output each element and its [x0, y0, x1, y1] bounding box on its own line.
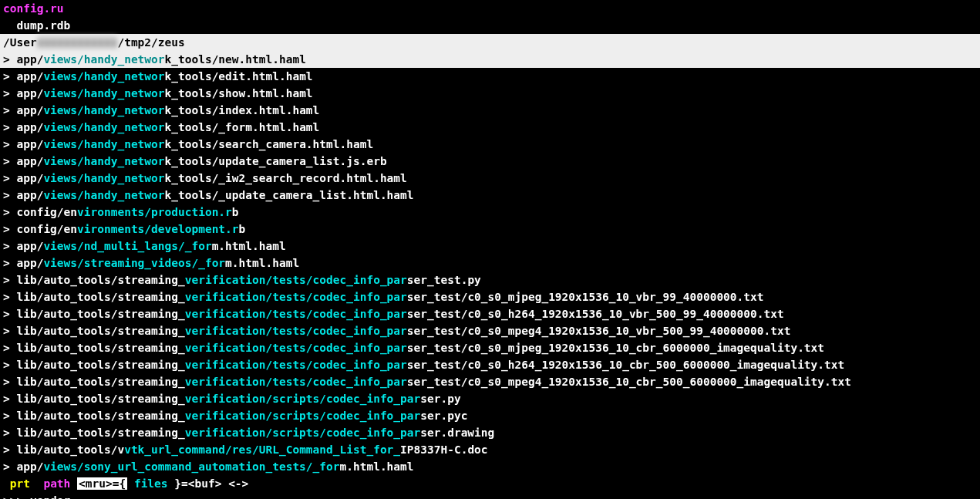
path-segment: ser_test/c0_s0_h264_1920x1536_10_vbr_500… — [407, 308, 784, 320]
path-segment: verification/scripts/codec_info_par — [185, 393, 421, 405]
terminal-output-line: config.ru — [0, 0, 980, 17]
fuzzy-result-row[interactable]: > lib/auto_tools/streaming_verification/… — [0, 373, 980, 390]
path-segment: lib/auto_tools/streaming_ — [16, 393, 184, 405]
path-segment: lib/auto_tools/streaming_ — [16, 410, 184, 422]
path-segment: verification/tests/codec_info_par — [185, 274, 407, 286]
path-segment: ser_test/c0_s0_mpeg4_1920x1536_10_vbr_50… — [407, 325, 791, 337]
fuzzy-result-row[interactable]: > lib/auto_tools/streaming_verification/… — [0, 288, 980, 305]
chevron-right-icon: > — [3, 410, 16, 422]
fuzzy-result-row[interactable]: > app/views/handy_network_tools/show.htm… — [0, 85, 980, 102]
fuzzy-result-row[interactable]: > app/views/handy_network_tools/_update_… — [0, 187, 980, 204]
path-segment: k_tools/update_camera_list.js.erb — [165, 155, 387, 167]
status-mru: <mru>={ — [77, 477, 127, 490]
fuzzy-result-row[interactable]: > app/views/nd_multi_langs/_form.html.ha… — [0, 238, 980, 255]
chevron-right-icon: > — [3, 104, 16, 116]
fuzzy-result-row[interactable]: > lib/auto_tools/streaming_verification/… — [0, 390, 980, 407]
ctrlp-status-bar: prt path <mru>={ files }=<buf> <-> — [0, 475, 980, 492]
fuzzy-results-list[interactable]: > app/views/handy_network_tools/new.html… — [0, 51, 980, 475]
chevron-right-icon: > — [3, 359, 16, 371]
chevron-right-icon: > — [3, 427, 16, 439]
path-segment: lib/auto_tools/v — [16, 443, 124, 456]
fuzzy-result-row[interactable]: > lib/auto_tools/streaming_verification/… — [0, 322, 980, 339]
path-segment: verification/tests/codec_info_par — [185, 291, 407, 303]
path-segment: ser_test/c0_s0_mjpeg_1920x1536_10_vbr_99… — [407, 291, 764, 303]
path-segment: ser_test/c0_s0_h264_1920x1536_10_cbr_500… — [407, 359, 844, 371]
path-segment: app/ — [16, 104, 43, 116]
status-files: files — [134, 477, 168, 490]
chevron-right-icon: > — [3, 53, 16, 66]
path-segment: verification/tests/codec_info_par — [185, 325, 407, 337]
path-segment: m.html.haml — [212, 240, 286, 252]
search-input[interactable]: vendor — [30, 494, 70, 499]
path-segment: lib/auto_tools/streaming_ — [16, 427, 184, 439]
fuzzy-result-row[interactable]: > lib/auto_tools/streaming_verification/… — [0, 271, 980, 288]
fuzzy-result-row[interactable]: > app/views/streaming_videos/_form.html.… — [0, 255, 980, 271]
fuzzy-result-row[interactable]: > lib/auto_tools/streaming_verification/… — [0, 424, 980, 441]
path-segment: views/sony_url_command_automation_tests/… — [43, 460, 339, 473]
path-segment: app/ — [16, 53, 43, 66]
search-prompt[interactable]: >>> vendor_ — [0, 492, 980, 499]
chevron-right-icon: > — [3, 257, 16, 269]
chevron-right-icon: > — [3, 376, 16, 388]
path-segment: m.html.haml — [225, 257, 299, 269]
path-segment: ser.py — [420, 393, 460, 405]
chevron-right-icon: > — [3, 460, 16, 473]
fuzzy-result-row[interactable]: > config/environments/development.rb — [0, 221, 980, 238]
path-segment: k_tools/_iw2_search_record.html.haml — [165, 172, 407, 184]
fuzzy-result-row[interactable]: > lib/auto_tools/streaming_verification/… — [0, 407, 980, 424]
chevron-right-icon: > — [3, 206, 16, 218]
path-segment: k_tools/show.html.haml — [165, 87, 313, 99]
path-segment: k_tools/index.html.haml — [165, 104, 320, 116]
path-segment: views/handy_networ — [43, 87, 164, 99]
current-path-bar: /Userxxxxxxxxxxxx/tmp2/zeus — [0, 34, 980, 51]
path-segment: ser_test.py — [407, 274, 481, 286]
path-segment: verification/scripts/codec_info_par — [185, 410, 421, 422]
path-segment: app/ — [16, 172, 43, 184]
path-segment: m.html.haml — [340, 460, 414, 473]
path-segment: views/handy_networ — [43, 121, 164, 133]
path-segment: views/handy_networ — [43, 104, 164, 116]
path-segment: app/ — [16, 460, 43, 473]
path-segment: lib/auto_tools/streaming_ — [16, 342, 184, 354]
path-segment: verification/tests/codec_info_par — [185, 359, 407, 371]
fuzzy-result-row[interactable]: > app/views/handy_network_tools/_iw2_sea… — [0, 170, 980, 187]
path-segment: ser.drawing — [420, 427, 494, 439]
cursor-icon: _ — [70, 494, 77, 499]
fuzzy-result-row[interactable]: > app/views/handy_network_tools/search_c… — [0, 136, 980, 153]
fuzzy-result-row[interactable]: > app/views/handy_network_tools/edit.htm… — [0, 68, 980, 85]
fuzzy-result-row[interactable]: > lib/auto_tools/streaming_verification/… — [0, 356, 980, 373]
path-segment: views/handy_networ — [43, 155, 164, 167]
path-segment: ser_test/c0_s0_mpeg4_1920x1536_10_cbr_50… — [407, 376, 851, 388]
path-segment: lib/auto_tools/streaming_ — [16, 359, 184, 371]
path-segment: ser.pyc — [420, 410, 467, 422]
path-segment: b — [239, 223, 246, 235]
chevron-right-icon: > — [3, 240, 16, 252]
fuzzy-result-row[interactable]: > lib/auto_tools/streaming_verification/… — [0, 305, 980, 322]
fuzzy-result-row[interactable]: > app/views/handy_network_tools/update_c… — [0, 153, 980, 170]
path-segment: views/handy_networ — [43, 172, 164, 184]
fuzzy-result-row[interactable]: > config/environments/production.rb — [0, 204, 980, 221]
path-segment: lib/auto_tools/streaming_ — [16, 274, 184, 286]
path-segment: app/ — [16, 87, 43, 99]
fuzzy-result-row[interactable]: > lib/auto_tools/vvtk_url_command/res/UR… — [0, 441, 980, 458]
chevron-right-icon: > — [3, 291, 16, 303]
path-segment: verification/tests/codec_info_par — [185, 376, 407, 388]
fuzzy-result-row[interactable]: > app/views/handy_network_tools/_form.ht… — [0, 119, 980, 136]
status-prt: prt — [10, 477, 30, 490]
path-segment: app/ — [16, 121, 43, 133]
path-segment: lib/auto_tools/streaming_ — [16, 325, 184, 337]
status-arrows: <-> — [228, 477, 248, 490]
fuzzy-result-row[interactable]: > app/views/handy_network_tools/new.html… — [0, 51, 980, 68]
chevron-right-icon: > — [3, 155, 16, 167]
chevron-right-icon: > — [3, 393, 16, 405]
path-segment: views/streaming_videos/_for — [43, 257, 225, 269]
path-segment: lib/auto_tools/streaming_ — [16, 376, 184, 388]
fuzzy-result-row[interactable]: > app/views/handy_network_tools/index.ht… — [0, 102, 980, 119]
chevron-right-icon: > — [3, 172, 16, 184]
chevron-right-icon: > — [3, 138, 16, 150]
fuzzy-result-row[interactable]: > lib/auto_tools/streaming_verification/… — [0, 339, 980, 356]
path-segment: verification/tests/codec_info_par — [185, 308, 407, 320]
chevron-right-icon: > — [3, 121, 16, 133]
fuzzy-result-row[interactable]: > app/views/sony_url_command_automation_… — [0, 458, 980, 475]
path-segment: lib/auto_tools/streaming_ — [16, 308, 184, 320]
